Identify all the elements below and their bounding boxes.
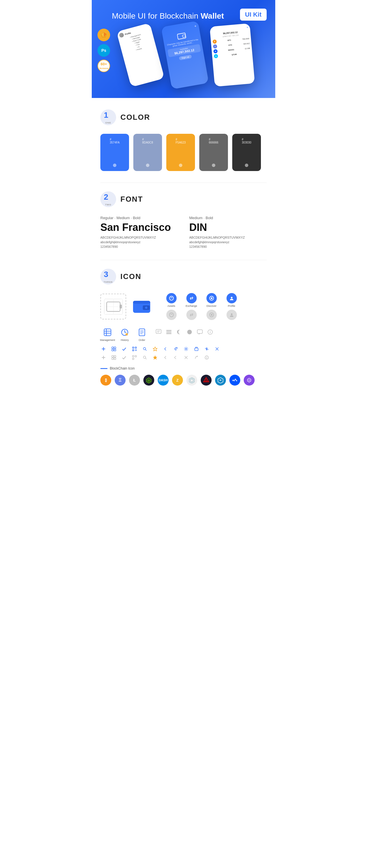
svg-point-52 (143, 347, 146, 350)
svg-rect-56 (195, 348, 198, 351)
icon-wallet-filled (132, 297, 152, 316)
forward-icon-gray (173, 354, 179, 361)
nav-icon-assets: Assets (163, 293, 179, 307)
ark-icon (201, 375, 211, 385)
svg-rect-34 (197, 330, 202, 334)
nav-icon-discover-gray (204, 310, 219, 320)
font-numbers-din: 1234567890 (189, 245, 266, 248)
swatch-gray-blue: #8DA0C8 (133, 134, 162, 171)
discover-label: Discover (206, 305, 217, 307)
svg-rect-49 (133, 350, 134, 351)
svg-rect-27 (156, 330, 161, 334)
dash-icon: DASH (158, 375, 169, 385)
svg-point-33 (187, 330, 192, 334)
svg-rect-61 (112, 355, 114, 357)
tab-icon-management: Management (101, 327, 115, 341)
blockchain-text: BlockChain Icon (110, 366, 135, 370)
waves-icon (229, 375, 240, 385)
svg-rect-51 (135, 350, 137, 351)
star-icon-filled (152, 354, 158, 361)
section-number-color: 1 ONE (101, 110, 116, 125)
svg-rect-42 (112, 349, 114, 351)
svg-rect-50 (135, 349, 137, 350)
main-content: 1 ONE COLOR #3574FA #8DA0C8 #F5A623 #666… (92, 98, 275, 397)
litecoin-icon: Ł (129, 375, 140, 385)
svg-rect-62 (114, 355, 116, 357)
info-icon-gray (204, 354, 210, 361)
font-uppercase-din: ABCDEFGHIJKLMNOPQRSTUVWXYZ (189, 236, 266, 239)
tab-icon-history: History (117, 327, 132, 341)
swatch-gray: #666666 (199, 134, 228, 171)
nav-icon-profile: Profile (224, 293, 239, 307)
info-icon (206, 328, 214, 336)
svg-marker-70 (153, 355, 157, 360)
svg-rect-65 (133, 355, 134, 357)
ui-kit-badge: UI Kit (240, 9, 266, 21)
stratis-icon (215, 375, 226, 385)
svg-point-15 (211, 314, 213, 316)
svg-marker-79 (190, 379, 193, 382)
assets-label: Assets (167, 305, 175, 307)
svg-point-16 (231, 313, 232, 315)
phone-mock-left: Profile • Management • Message • Real Co… (116, 23, 165, 87)
nav-icon-discover: Discover (204, 293, 219, 307)
svg-rect-20 (106, 329, 107, 336)
svg-rect-18 (104, 331, 111, 332)
nav-icons-group: Assets Exchange Discover (163, 293, 239, 320)
blockchain-line-icon (101, 368, 108, 369)
chat-icon (155, 328, 162, 336)
order-label: Order (139, 339, 145, 341)
svg-marker-77 (147, 379, 150, 382)
icon-wireframe-container (101, 293, 126, 319)
tab-icon-order: Order (135, 327, 149, 341)
search-icon-gray (142, 354, 148, 361)
svg-point-11 (211, 297, 213, 299)
grid-icon-gray (111, 354, 117, 361)
search-icon-blue (142, 346, 148, 352)
svg-rect-31 (166, 332, 171, 333)
wallet-icon-svg (132, 298, 152, 315)
svg-rect-17 (104, 329, 111, 336)
small-icons-gray-row (101, 354, 266, 361)
crypto-icons-row: ₿ Ξ Ł DASH Z (101, 375, 266, 385)
svg-point-75 (206, 356, 207, 357)
plus-icon-gray (101, 354, 107, 361)
font-uppercase-sf: ABCDEFGHIJKLMNOPQRSTUVWXYZ (101, 236, 178, 239)
svg-point-12 (231, 297, 232, 299)
font-numbers-sf: 1234567890 (101, 245, 178, 248)
nav-icons-blue-row: Assets Exchange Discover (163, 293, 239, 307)
close-icon-blue (214, 346, 220, 352)
svg-marker-78 (189, 378, 194, 383)
color-title: COLOR (120, 113, 150, 122)
svg-rect-3 (177, 33, 186, 39)
settings-icon-blue (183, 346, 189, 352)
speech-icon (196, 328, 204, 336)
profile-icon-circle (227, 293, 237, 303)
profile-label: Profile (228, 305, 235, 307)
font-section-header: 2 TWO FONT (101, 191, 266, 207)
font-col-din: Medium · Bold DIN ABCDEFGHIJKLMNOPQRSTUV… (189, 216, 266, 248)
history-label: History (121, 339, 129, 341)
small-icons-blue-row (101, 346, 266, 352)
svg-rect-43 (114, 349, 116, 351)
svg-rect-66 (135, 355, 137, 357)
font-name-din: DIN (189, 221, 266, 234)
phone-mock-center: + Character may be transferred in the gr… (161, 21, 209, 89)
svg-rect-67 (133, 358, 134, 360)
section-number-icon: 3 THREE (101, 269, 116, 284)
font-lowercase-sf: abcdefghijklmnopqrstuvwxyz (101, 240, 178, 244)
svg-rect-40 (112, 347, 114, 349)
svg-point-55 (186, 348, 187, 350)
nav-icons-gray-row (163, 310, 239, 320)
chevron-left-icon-blue (162, 346, 169, 352)
tab-icons-row: Management History Order (101, 327, 266, 341)
font-section: Regular · Medium · Bold San Francisco AB… (101, 216, 266, 248)
svg-rect-41 (114, 347, 116, 349)
svg-rect-19 (104, 333, 111, 334)
qr-icon-gray (131, 354, 138, 361)
check-icon-gray (121, 354, 127, 361)
ethereum-icon: Ξ (115, 375, 125, 385)
swatch-orange: #F5A623 (166, 134, 195, 171)
grid-icon-blue (111, 346, 117, 352)
assets-icon-circle (166, 293, 177, 303)
